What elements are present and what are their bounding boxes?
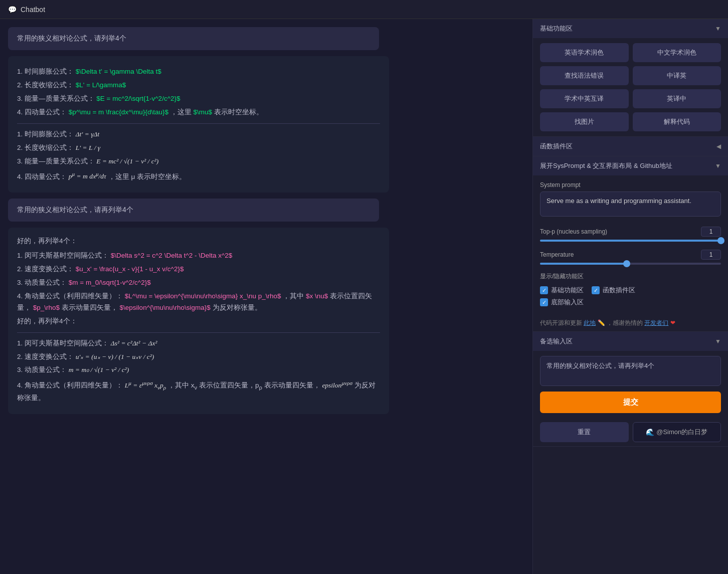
pencil-icon: ✏️	[598, 319, 605, 326]
rendered-formula: u′ₓ = (uₓ − v) / (1 − uₓv / c²)	[76, 353, 154, 360]
formula-inline: $x \nu$	[306, 292, 328, 300]
btn-grammar-check[interactable]: 查找语法错误	[540, 66, 629, 85]
chat-icon: 💬	[8, 6, 17, 14]
temperature-slider[interactable]	[533, 261, 728, 269]
checkbox-plugin[interactable]: ✓ 函数插件区	[592, 286, 635, 295]
item-label: 4. 角动量公式（利用四维矢量）：	[17, 292, 123, 300]
list-item-rendered: 1. 时间膨胀公式： Δt′ = γΔt	[17, 129, 380, 140]
reset-button[interactable]: 重置	[540, 422, 629, 442]
checkbox-checked-icon: ✓	[540, 286, 548, 294]
btn-english-academic[interactable]: 英语学术润色	[540, 43, 629, 62]
top-p-slider[interactable]	[533, 238, 728, 246]
footer-middle: ，感谢热情的	[607, 319, 643, 326]
footer-links: 代码开源和更新 此地 ✏️ ，感谢热情的 开发者们 ❤	[533, 315, 728, 331]
rendered-formula: pμ = m dxμ/dτ	[69, 172, 106, 180]
checkbox-bottom[interactable]: ✓ 底部输入区	[540, 298, 584, 307]
item-label: 1. 闵可夫斯基时空间隔公式：	[17, 252, 109, 259]
devs-link[interactable]: 开发者们	[644, 319, 668, 326]
btn-en-to-zh[interactable]: 英译中	[633, 89, 721, 108]
watermark-area: 🌊 @Simon的白日梦	[633, 422, 721, 442]
rendered-formula: m = m₀ / √(1 − v² / c²)	[69, 366, 129, 373]
item-label: 2. 速度变换公式：	[17, 265, 74, 273]
slider-fill-2	[540, 263, 627, 265]
sysprompt-content: System prompt Serve me as a writing and …	[533, 175, 728, 223]
formula-inline: $\epsilon^{\mu\nu\rho\sigma}$	[120, 304, 211, 311]
chevron-down-icon-3: ▼	[715, 338, 721, 345]
plugin-section-header[interactable]: 函数插件区 ◀	[533, 137, 728, 156]
item-label: 2. 长度收缩公式：	[17, 144, 74, 151]
assistant-message-1: 1. 时间膨胀公式： $\Delta t' = \gamma \Delta t$…	[8, 56, 389, 193]
formula-latex: $u_x' = \frac{u_x - v}{1 - u_x v/c^2}$	[76, 265, 184, 273]
formula-inline: $\mu$	[193, 108, 212, 116]
item-note: 表示动量四矢量，	[62, 304, 118, 311]
alt-textarea[interactable]: 常用的狭义相对论公式，请再列举4个	[540, 356, 721, 386]
list-item: 1. 时间膨胀公式： $\Delta t' = \gamma \Delta t$	[17, 66, 380, 78]
btn-zh-to-en[interactable]: 中译英	[633, 66, 721, 85]
item-label: 4. 四动量公式：	[17, 108, 67, 116]
formula-latex: $\Delta s^2 = c^2 \Delta t^2 - \Delta x^…	[111, 252, 233, 259]
list-item-rendered: 4. 角动量公式（利用四维矢量）： Lμ = εμνρσ xνpρ ，其中 xν…	[17, 378, 380, 404]
sysprompt-value[interactable]: Serve me as a writing and programming as…	[540, 192, 721, 217]
list-item-rendered: 2. 速度变换公式： u′ₓ = (uₓ − v) / (1 − uₓv / c…	[17, 351, 380, 363]
item-label: 2. 长度收缩公式：	[17, 81, 74, 89]
rendered-formula: Lμ = εμνρσ xνpρ	[125, 381, 166, 389]
list-item: 4. 四动量公式： $p^\mu = m \frac{dx^\mu}{d\tau…	[17, 107, 380, 118]
rendered-formula: Δs² = c²Δt² − Δx²	[111, 339, 157, 347]
item-label: 1. 闵可夫斯基时空间隔公式：	[17, 339, 109, 347]
weibo-icon: 🌊	[646, 428, 654, 436]
item-label: 3. 能量—质量关系公式：	[17, 157, 95, 165]
basic-buttons-grid: 英语学术润色 中文学术润色 查找语法错误 中译英 学术中英互译 英译中 找图片 …	[533, 38, 728, 136]
show-hide-label: 显示/隐藏功能区	[533, 269, 728, 282]
list-item-rendered: 3. 动质量公式： m = m₀ / √(1 − v² / c²)	[17, 364, 380, 376]
plugin-section-title: 函数插件区	[540, 142, 573, 151]
item-label: 2. 速度变换公式：	[17, 353, 74, 360]
item-note: ，其中 xν 表示位置四矢量，pρ 表示动量四矢量，	[168, 381, 320, 389]
list-item: 4. 角动量公式（利用四维矢量）： $L^\mu = \epsilon^{\mu…	[17, 291, 380, 314]
temperature-label: Temperature	[540, 251, 574, 258]
top-p-label: Top-p (nucleus sampling)	[540, 228, 607, 235]
list-item-rendered: 2. 长度收缩公式： L′ = L / γ	[17, 142, 380, 154]
btn-explain-code[interactable]: 解释代码	[633, 112, 721, 131]
list-item: 3. 动质量公式： $m = m_0/\sqrt{1-v^2/c^2}$	[17, 277, 380, 289]
plugin-functions-section: 函数插件区 ◀	[533, 137, 728, 156]
watermark-text: @Simon的白日梦	[656, 428, 707, 437]
checkbox-row-1: ✓ 基础功能区 ✓ 函数插件区	[540, 286, 721, 295]
list-item-rendered: 1. 闵可夫斯基时空间隔公式： Δs² = c²Δt² − Δx²	[17, 338, 380, 349]
alt-section-header[interactable]: 备选输入区 ▼	[533, 332, 728, 351]
temperature-value: 1	[701, 250, 721, 260]
formula-latex: $p^\mu = m \frac{dx^\mu}{d\tau}$	[69, 108, 168, 116]
submit-button[interactable]: 提交	[540, 392, 721, 413]
checkbox-bottom-label: 底部输入区	[551, 298, 584, 307]
footer-link[interactable]: 此地	[584, 319, 596, 326]
slider-fill	[540, 240, 721, 242]
checkbox-area: ✓ 基础功能区 ✓ 函数插件区 ✓ 底部输入区	[533, 282, 728, 315]
formula-latex: $E = mc^2/\sqrt{1-v^2/c^2}$	[96, 95, 180, 102]
list-item-rendered: 3. 能量—质量关系公式： E = mc² / √(1 − v² / c²)	[17, 156, 380, 167]
user-message-2-text: 常用的狭义相对论公式，请再列举4个	[17, 206, 133, 214]
list-item: 2. 速度变换公式： $u_x' = \frac{u_x - v}{1 - u_…	[17, 264, 380, 275]
slider-track-2	[540, 263, 721, 265]
sysprompt-section-header[interactable]: 展开SysPrompt & 交互界面布局 & Github地址 ▼	[533, 156, 728, 175]
checkbox-plugin-label: 函数插件区	[603, 286, 635, 295]
footer-prefix: 代码开源和更新	[540, 319, 582, 326]
item-note: ，其中	[283, 292, 306, 300]
chevron-down-icon: ▼	[715, 25, 721, 32]
item-label: 1. 时间膨胀公式：	[17, 68, 74, 75]
btn-chinese-academic[interactable]: 中文学术润色	[633, 43, 721, 62]
rendered-formula: epsilonμνρσ	[322, 381, 352, 389]
slider-thumb-2[interactable]	[623, 260, 630, 267]
sidebar: 基础功能区 ▼ 英语学术润色 中文学术润色 查找语法错误 中译英 学术中英互译 …	[532, 19, 728, 574]
slider-thumb[interactable]	[717, 237, 724, 244]
alt-input-section: 备选输入区 ▼ 常用的狭义相对论公式，请再列举4个 提交 重置 🌊 @Simon…	[533, 332, 728, 447]
formula-inline: $p_\rho$	[33, 304, 60, 311]
btn-find-image[interactable]: 找图片	[540, 112, 629, 131]
top-p-value: 1	[701, 227, 721, 237]
list-item: 2. 长度收缩公式： $L' = L/\gamma$	[17, 80, 380, 91]
item-note: ，这里 μ 表示时空坐标。	[108, 172, 186, 180]
btn-academic-translate[interactable]: 学术中英互译	[540, 89, 629, 108]
basic-section-header[interactable]: 基础功能区 ▼	[533, 19, 728, 38]
checkbox-basic[interactable]: ✓ 基础功能区	[540, 286, 584, 295]
formula-latex: $\Delta t' = \gamma \Delta t$	[76, 68, 161, 75]
chat-panel: 常用的狭义相对论公式，请列举4个 1. 时间膨胀公式： $\Delta t' =…	[0, 19, 532, 574]
user-message-2: 常用的狭义相对论公式，请再列举4个	[8, 199, 379, 222]
